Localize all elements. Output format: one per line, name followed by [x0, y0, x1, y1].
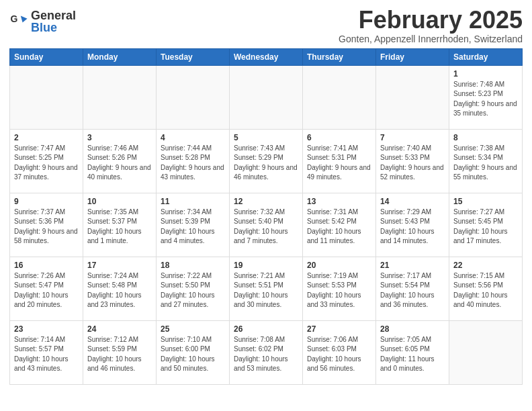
- calendar-cell: [230, 65, 303, 129]
- day-number: 27: [307, 324, 371, 334]
- day-info: Sunrise: 7:44 AM Sunset: 5:28 PM Dayligh…: [161, 144, 225, 183]
- svg-text:G: G: [10, 13, 17, 24]
- calendar-cell: 21Sunrise: 7:17 AM Sunset: 5:54 PM Dayli…: [376, 257, 449, 320]
- day-info: Sunrise: 7:29 AM Sunset: 5:43 PM Dayligh…: [380, 208, 445, 246]
- day-number: 9: [14, 197, 79, 206]
- weekday-header-monday: Monday: [83, 48, 157, 65]
- day-number: 20: [307, 261, 371, 270]
- calendar-cell: 11Sunrise: 7:34 AM Sunset: 5:39 PM Dayli…: [157, 193, 230, 257]
- day-number: 14: [380, 197, 445, 206]
- day-info: Sunrise: 7:38 AM Sunset: 5:34 PM Dayligh…: [453, 144, 518, 183]
- calendar-cell: 5Sunrise: 7:43 AM Sunset: 5:29 PM Daylig…: [230, 129, 303, 193]
- calendar-cell: [376, 65, 449, 129]
- calendar-table: SundayMondayTuesdayWednesdayThursdayFrid…: [9, 48, 523, 385]
- calendar-week-1: 1Sunrise: 7:48 AM Sunset: 5:23 PM Daylig…: [10, 65, 523, 129]
- calendar-cell: 8Sunrise: 7:38 AM Sunset: 5:34 PM Daylig…: [449, 129, 523, 193]
- calendar-week-5: 23Sunrise: 7:14 AM Sunset: 5:57 PM Dayli…: [10, 320, 523, 384]
- day-number: 18: [161, 261, 225, 270]
- calendar-cell: [10, 65, 83, 129]
- logo: G General Blue: [9, 9, 76, 34]
- calendar-cell: 19Sunrise: 7:21 AM Sunset: 5:51 PM Dayli…: [230, 257, 303, 320]
- weekday-header-tuesday: Tuesday: [157, 48, 230, 65]
- day-info: Sunrise: 7:41 AM Sunset: 5:31 PM Dayligh…: [307, 144, 371, 183]
- calendar-cell: 1Sunrise: 7:48 AM Sunset: 5:23 PM Daylig…: [449, 65, 523, 129]
- day-number: 22: [453, 261, 518, 270]
- day-number: 5: [234, 133, 298, 142]
- calendar-cell: 23Sunrise: 7:14 AM Sunset: 5:57 PM Dayli…: [10, 320, 83, 384]
- calendar-cell: 27Sunrise: 7:06 AM Sunset: 6:03 PM Dayli…: [303, 320, 376, 384]
- calendar-cell: 22Sunrise: 7:15 AM Sunset: 5:56 PM Dayli…: [449, 257, 523, 320]
- day-number: 28: [380, 324, 445, 334]
- calendar-cell: 14Sunrise: 7:29 AM Sunset: 5:43 PM Dayli…: [376, 193, 449, 257]
- day-info: Sunrise: 7:19 AM Sunset: 5:53 PM Dayligh…: [307, 271, 371, 310]
- day-info: Sunrise: 7:12 AM Sunset: 5:59 PM Dayligh…: [87, 335, 152, 374]
- calendar-cell: 12Sunrise: 7:32 AM Sunset: 5:40 PM Dayli…: [230, 193, 303, 257]
- day-info: Sunrise: 7:40 AM Sunset: 5:33 PM Dayligh…: [380, 144, 445, 183]
- day-number: 10: [87, 197, 152, 206]
- calendar-cell: 18Sunrise: 7:22 AM Sunset: 5:50 PM Dayli…: [157, 257, 230, 320]
- calendar-week-4: 16Sunrise: 7:26 AM Sunset: 5:47 PM Dayli…: [10, 257, 523, 320]
- weekday-header-wednesday: Wednesday: [230, 48, 303, 65]
- day-number: 26: [234, 324, 298, 334]
- weekday-header-friday: Friday: [376, 48, 449, 65]
- calendar-week-3: 9Sunrise: 7:37 AM Sunset: 5:36 PM Daylig…: [10, 193, 523, 257]
- day-info: Sunrise: 7:27 AM Sunset: 5:45 PM Dayligh…: [453, 208, 518, 246]
- calendar-cell: 7Sunrise: 7:40 AM Sunset: 5:33 PM Daylig…: [376, 129, 449, 193]
- day-info: Sunrise: 7:17 AM Sunset: 5:54 PM Dayligh…: [380, 271, 445, 310]
- month-title: February 2025: [339, 7, 523, 34]
- day-info: Sunrise: 7:05 AM Sunset: 6:05 PM Dayligh…: [380, 335, 445, 374]
- calendar-cell: 15Sunrise: 7:27 AM Sunset: 5:45 PM Dayli…: [449, 193, 523, 257]
- calendar-cell: 3Sunrise: 7:46 AM Sunset: 5:26 PM Daylig…: [83, 129, 157, 193]
- day-number: 3: [87, 133, 152, 142]
- calendar-cell: 2Sunrise: 7:47 AM Sunset: 5:25 PM Daylig…: [10, 129, 83, 193]
- calendar-cell: [449, 320, 523, 384]
- calendar-cell: [303, 65, 376, 129]
- title-section: February 2025 Gonten, Appenzell Innerrho…: [339, 7, 523, 44]
- day-number: 24: [87, 324, 152, 334]
- weekday-row: SundayMondayTuesdayWednesdayThursdayFrid…: [10, 48, 523, 65]
- day-number: 17: [87, 261, 152, 270]
- calendar-cell: 10Sunrise: 7:35 AM Sunset: 5:37 PM Dayli…: [83, 193, 157, 257]
- calendar-cell: [83, 65, 157, 129]
- day-number: 13: [307, 197, 371, 206]
- day-number: 25: [161, 324, 225, 334]
- day-number: 23: [14, 324, 79, 334]
- day-number: 16: [14, 261, 79, 270]
- day-info: Sunrise: 7:26 AM Sunset: 5:47 PM Dayligh…: [14, 271, 79, 310]
- day-number: 12: [234, 197, 298, 206]
- day-number: 2: [14, 133, 79, 142]
- day-info: Sunrise: 7:47 AM Sunset: 5:25 PM Dayligh…: [14, 144, 79, 183]
- day-number: 15: [453, 197, 518, 206]
- calendar-header: SundayMondayTuesdayWednesdayThursdayFrid…: [10, 48, 523, 65]
- day-number: 19: [234, 261, 298, 270]
- calendar-cell: 17Sunrise: 7:24 AM Sunset: 5:48 PM Dayli…: [83, 257, 157, 320]
- day-info: Sunrise: 7:31 AM Sunset: 5:42 PM Dayligh…: [307, 208, 371, 246]
- day-info: Sunrise: 7:22 AM Sunset: 5:50 PM Dayligh…: [161, 271, 225, 310]
- day-number: 7: [380, 133, 445, 142]
- logo-text: General Blue: [31, 9, 76, 34]
- calendar-week-2: 2Sunrise: 7:47 AM Sunset: 5:25 PM Daylig…: [10, 129, 523, 193]
- day-info: Sunrise: 7:43 AM Sunset: 5:29 PM Dayligh…: [234, 144, 298, 183]
- day-number: 1: [453, 69, 518, 79]
- logo-general-text: General: [31, 9, 76, 21]
- weekday-header-thursday: Thursday: [303, 48, 376, 65]
- calendar-page: G General Blue February 2025 Gonten, App…: [0, 0, 532, 411]
- day-info: Sunrise: 7:34 AM Sunset: 5:39 PM Dayligh…: [161, 208, 225, 246]
- day-info: Sunrise: 7:06 AM Sunset: 6:03 PM Dayligh…: [307, 335, 371, 374]
- location-title: Gonten, Appenzell Innerrhoden, Switzerla…: [339, 34, 523, 44]
- calendar-cell: 25Sunrise: 7:10 AM Sunset: 6:00 PM Dayli…: [157, 320, 230, 384]
- day-number: 11: [161, 197, 225, 206]
- calendar-cell: 9Sunrise: 7:37 AM Sunset: 5:36 PM Daylig…: [10, 193, 83, 257]
- day-number: 4: [161, 133, 225, 142]
- calendar-cell: 20Sunrise: 7:19 AM Sunset: 5:53 PM Dayli…: [303, 257, 376, 320]
- calendar-cell: 13Sunrise: 7:31 AM Sunset: 5:42 PM Dayli…: [303, 193, 376, 257]
- logo-blue-text: Blue: [31, 21, 76, 34]
- day-info: Sunrise: 7:21 AM Sunset: 5:51 PM Dayligh…: [234, 271, 298, 310]
- calendar-cell: 16Sunrise: 7:26 AM Sunset: 5:47 PM Dayli…: [10, 257, 83, 320]
- calendar-cell: 24Sunrise: 7:12 AM Sunset: 5:59 PM Dayli…: [83, 320, 157, 384]
- day-number: 8: [453, 133, 518, 142]
- weekday-header-sunday: Sunday: [10, 48, 83, 65]
- day-info: Sunrise: 7:32 AM Sunset: 5:40 PM Dayligh…: [234, 208, 298, 246]
- day-info: Sunrise: 7:35 AM Sunset: 5:37 PM Dayligh…: [87, 208, 152, 246]
- logo-icon: G: [9, 12, 28, 31]
